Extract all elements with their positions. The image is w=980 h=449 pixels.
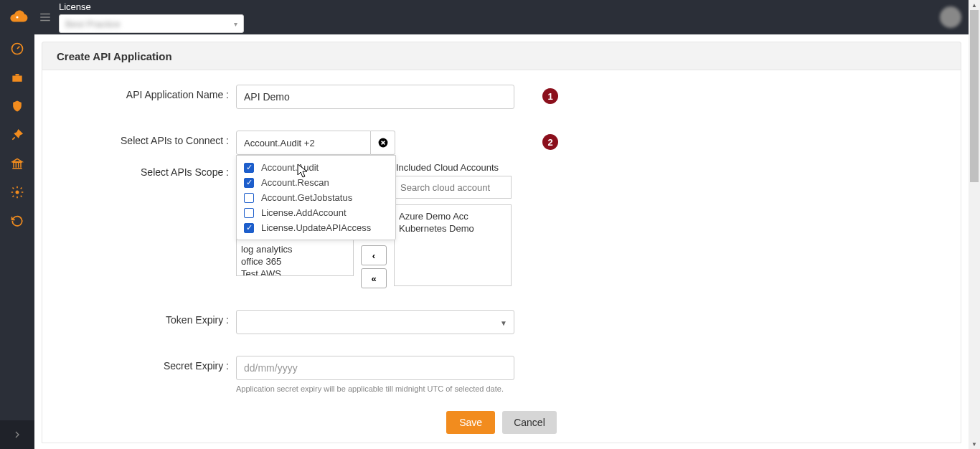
option-label: Account.Audit bbox=[261, 162, 319, 173]
move-all-left-button[interactable]: « bbox=[361, 268, 387, 288]
multi-select-value: Account.Audit +2 bbox=[244, 138, 315, 148]
scroll-up-icon[interactable]: ▲ bbox=[969, 0, 980, 10]
checkbox-icon bbox=[244, 163, 254, 173]
api-option-license-updateapiaccess[interactable]: License.UpdateAPIAccess bbox=[237, 220, 395, 235]
included-title: Included Cloud Accounts bbox=[394, 162, 512, 173]
included-column: Included Cloud Accounts Azure Demo Acc K… bbox=[394, 162, 512, 286]
nav-dashboard[interactable] bbox=[0, 34, 34, 63]
top-bar: License Best Practice ▾ bbox=[0, 0, 969, 34]
row-scope: Select APIs Scope : Available Cloud Acco… bbox=[42, 162, 961, 288]
included-list[interactable]: Azure Demo Acc Kubernetes Demo bbox=[394, 204, 512, 286]
content: Create API Application API Application N… bbox=[34, 34, 969, 449]
svg-rect-3 bbox=[16, 74, 19, 76]
nav-history[interactable] bbox=[0, 207, 34, 235]
label-select-apis: Select APIs to Connect : bbox=[42, 131, 236, 146]
chevron-down-icon: ▾ bbox=[234, 20, 237, 28]
panel-body: API Application Name : 1 Select APIs to … bbox=[42, 70, 961, 443]
checkbox-icon bbox=[244, 178, 254, 188]
scrollbar-thumb[interactable] bbox=[970, 10, 979, 182]
row-token-expiry: Token Expiry : ▼ bbox=[42, 310, 961, 334]
row-select-apis: Select APIs to Connect : Account.Audit +… bbox=[42, 131, 961, 155]
list-item[interactable]: Kubernetes Demo bbox=[395, 222, 511, 235]
svg-rect-2 bbox=[12, 76, 22, 82]
api-option-account-getjobstatus[interactable]: Account.GetJobstatus bbox=[237, 190, 395, 205]
license-value: Best Practice bbox=[65, 19, 121, 29]
page-scrollbar[interactable]: ▲ ▼ bbox=[969, 0, 980, 449]
list-item[interactable]: office 365 bbox=[237, 255, 353, 268]
nav-pin[interactable] bbox=[0, 120, 34, 149]
search-included[interactable] bbox=[394, 176, 512, 199]
list-item[interactable]: Azure Demo Acc bbox=[395, 205, 511, 222]
save-button[interactable]: Save bbox=[446, 411, 495, 434]
row-api-name: API Application Name : 1 bbox=[42, 85, 961, 109]
label-secret-expiry: Secret Expiry : bbox=[42, 356, 236, 372]
scroll-down-icon[interactable]: ▼ bbox=[969, 439, 980, 449]
nav-expand[interactable] bbox=[0, 420, 34, 449]
app-logo bbox=[0, 0, 34, 34]
clear-apis-button[interactable] bbox=[371, 131, 395, 155]
multi-select-apis[interactable]: Account.Audit +2 bbox=[236, 131, 371, 155]
row-secret-expiry: Secret Expiry : Application secret expir… bbox=[42, 356, 961, 393]
license-block: License Best Practice ▾ bbox=[59, 1, 244, 33]
step-badge-2: 2 bbox=[542, 134, 558, 150]
label-token-expiry: Token Expiry : bbox=[42, 310, 236, 326]
input-api-name[interactable] bbox=[236, 85, 514, 109]
step-badge-1: 1 bbox=[542, 88, 558, 104]
nav-shield[interactable] bbox=[0, 92, 34, 120]
page-title: Create API Application bbox=[57, 50, 172, 62]
label-scope: Select APIs Scope : bbox=[42, 162, 236, 178]
checkbox-icon bbox=[244, 223, 254, 233]
sidebar bbox=[0, 34, 34, 449]
option-label: Account.GetJobstatus bbox=[261, 192, 352, 203]
api-option-license-addaccount[interactable]: License.AddAccount bbox=[237, 205, 395, 220]
nav-settings[interactable] bbox=[0, 178, 34, 207]
license-label: License bbox=[59, 1, 244, 13]
option-label: Account.Rescan bbox=[261, 177, 329, 188]
button-row: Save Cancel bbox=[42, 411, 961, 434]
api-option-account-audit[interactable]: Account.Audit bbox=[237, 160, 395, 175]
checkbox-icon bbox=[244, 193, 254, 203]
option-label: License.AddAccount bbox=[261, 207, 347, 218]
list-item[interactable]: log analytics bbox=[237, 243, 353, 255]
menu-toggle-icon[interactable] bbox=[34, 0, 56, 34]
checkbox-icon bbox=[244, 208, 254, 218]
nav-toolbox[interactable] bbox=[0, 63, 34, 92]
cancel-button[interactable]: Cancel bbox=[502, 411, 557, 434]
svg-point-4 bbox=[16, 191, 19, 194]
select-token-expiry[interactable] bbox=[236, 310, 514, 334]
panel-header: Create API Application bbox=[42, 42, 961, 70]
hint-secret-expiry: Application secret expiry will be applic… bbox=[236, 384, 514, 393]
api-option-account-rescan[interactable]: Account.Rescan bbox=[237, 175, 395, 190]
move-left-button[interactable]: ‹ bbox=[361, 245, 387, 265]
label-api-name: API Application Name : bbox=[42, 85, 236, 100]
option-label: License.UpdateAPIAccess bbox=[261, 222, 371, 233]
user-avatar[interactable] bbox=[940, 6, 961, 28]
input-secret-expiry[interactable] bbox=[236, 356, 514, 380]
nav-governance[interactable] bbox=[0, 149, 34, 178]
apis-dropdown[interactable]: Account.Audit Account.Rescan Account.Get… bbox=[236, 155, 396, 240]
list-item[interactable]: Test AWS bbox=[237, 268, 353, 276]
svg-point-0 bbox=[16, 16, 18, 18]
license-select[interactable]: Best Practice ▾ bbox=[59, 14, 244, 33]
